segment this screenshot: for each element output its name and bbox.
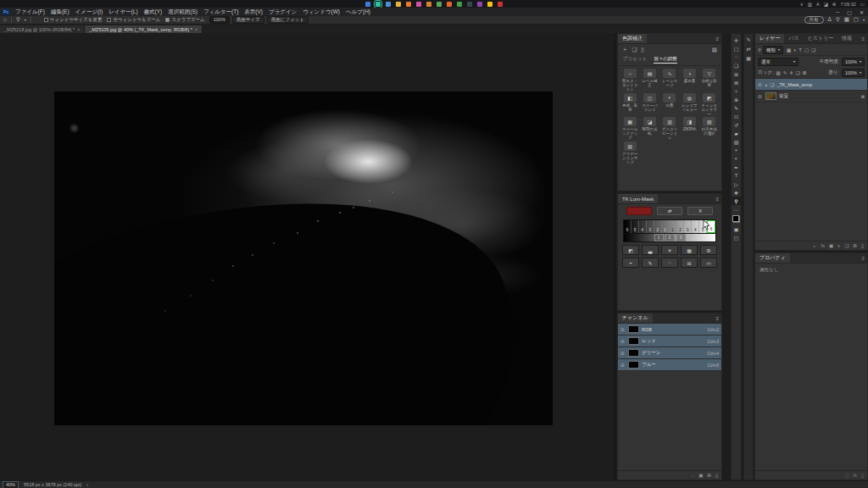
- adjustment-item[interactable]: ▧ 特定色域の選択: [700, 117, 719, 141]
- chevron-down-icon[interactable]: ▾: [25, 19, 26, 22]
- layer-filter-icon[interactable]: ❏: [811, 47, 815, 53]
- collapsed-panel-icon[interactable]: ▦: [746, 55, 751, 61]
- channel-bottom-icon[interactable]: ⊞: [707, 473, 711, 478]
- taskbar-app-icon[interactable]: [396, 2, 401, 7]
- expand-icon[interactable]: ▸: [765, 82, 768, 87]
- tk-zone-button[interactable]: 1: [662, 220, 670, 233]
- taskbar-app-icon[interactable]: [457, 2, 462, 7]
- tk-icon-button[interactable]: ◩: [622, 245, 639, 255]
- eye-icon[interactable]: ⊙: [620, 327, 626, 332]
- restore-button[interactable]: ▢: [847, 9, 852, 15]
- tk-icon-button[interactable]: ⚙: [700, 245, 717, 255]
- tk-icon-button[interactable]: ▭: [700, 258, 717, 268]
- tool-button[interactable]: ⊕: [732, 95, 741, 103]
- menu-item[interactable]: イメージ(I): [75, 8, 103, 16]
- adjustment-item[interactable]: ◪ 階調の反転: [640, 117, 659, 141]
- foreground-color-swatch[interactable]: [732, 215, 739, 222]
- tool-button[interactable]: ✒: [732, 163, 741, 171]
- minimize-button[interactable]: ─: [836, 9, 839, 14]
- adjustment-item[interactable]: ◩ チャンネルミキサー: [700, 93, 719, 117]
- collapsed-panel-icon[interactable]: ⇄: [746, 46, 750, 52]
- layers-panel-tab[interactable]: ヒストリー: [804, 34, 838, 43]
- close-button[interactable]: ✕: [860, 9, 864, 15]
- home-icon[interactable]: ⌂: [3, 17, 7, 23]
- layers-bottom-icon[interactable]: ⇔: [812, 243, 817, 248]
- filter-kind-select[interactable]: 種類▾: [763, 46, 783, 54]
- tk-midtone-button[interactable]: 3: [676, 234, 686, 241]
- tk-icon-button[interactable]: ✎: [642, 258, 659, 268]
- eye-icon[interactable]: ⊙: [758, 94, 763, 99]
- channel-row[interactable]: ⊙ RGB Ctrl+2: [618, 324, 721, 336]
- tool-button[interactable]: ◌: [732, 53, 741, 61]
- panel-menu-icon[interactable]: ≡: [713, 34, 721, 43]
- panel-menu-icon[interactable]: ≡: [713, 194, 721, 203]
- properties-bottom-icon[interactable]: ⊞: [853, 473, 857, 478]
- taskbar-app-icon[interactable]: [447, 2, 452, 7]
- tk-icon-button[interactable]: ☀: [661, 245, 678, 255]
- tool-button[interactable]: ◐: [732, 154, 741, 163]
- zoom-level-field[interactable]: 40%: [3, 481, 19, 488]
- close-icon[interactable]: ×: [195, 27, 198, 32]
- tab-properties[interactable]: プロパティ: [755, 253, 790, 263]
- eye-icon[interactable]: ⊙: [620, 339, 626, 344]
- tk-icon-button[interactable]: ◌: [661, 258, 678, 268]
- eye-icon[interactable]: ⊙: [758, 82, 763, 87]
- tool-button[interactable]: ⊠: [732, 78, 741, 86]
- layer-row-background[interactable]: ⊙ 背景 ⊠: [755, 91, 867, 103]
- list-view-icon[interactable]: ▤: [712, 47, 717, 53]
- tk-zone-button[interactable]: 1: [670, 220, 677, 233]
- tk-zone-button[interactable]: 5: [632, 220, 639, 233]
- tool-button[interactable]: ⊞: [732, 69, 741, 78]
- screen-mode-icon[interactable]: ◰: [732, 233, 741, 241]
- panel-menu-icon[interactable]: ≡: [713, 313, 721, 323]
- notification-icon[interactable]: ▭: [860, 2, 865, 7]
- tk-icon-button[interactable]: ◒: [622, 258, 639, 268]
- menu-item[interactable]: 表示(V): [244, 8, 263, 16]
- eye-icon[interactable]: ⊙: [620, 351, 626, 356]
- adjustment-item[interactable]: ◑ 露光量: [680, 69, 698, 92]
- channel-row[interactable]: ⊙ レッド Ctrl+3: [618, 336, 721, 347]
- tk-zone-button[interactable]: 3: [647, 220, 654, 233]
- tray-icon[interactable]: A: [816, 2, 820, 7]
- eye-icon[interactable]: ⊙: [620, 363, 626, 368]
- tk-zone-button[interactable]: 4: [639, 220, 647, 233]
- menu-item[interactable]: 書式(Y): [144, 8, 163, 16]
- chevron-down-icon[interactable]: ▾: [863, 19, 865, 22]
- document-tab[interactable]: _MZ5218.jpg @ 100% (RGB/8#) *×: [0, 25, 85, 33]
- adjustment-item[interactable]: ▽ 自然な彩度: [700, 69, 719, 92]
- tk-zone-button[interactable]: 4: [692, 220, 699, 233]
- lock-option-icon[interactable]: ✎: [783, 70, 787, 75]
- tk-action-button[interactable]: ⇄: [657, 207, 682, 215]
- layer-filter-icon[interactable]: T: [799, 47, 802, 53]
- lock-option-icon[interactable]: ❏: [796, 70, 800, 75]
- tool-button[interactable]: ▢: [732, 44, 741, 53]
- menu-item[interactable]: プラグイン: [269, 8, 297, 16]
- tool-button[interactable]: ↺: [732, 120, 741, 129]
- taskbar-app-icon[interactable]: [426, 2, 431, 7]
- panel-menu-icon[interactable]: ≡: [859, 34, 867, 43]
- tk-action-button[interactable]: [626, 207, 652, 215]
- tool-button[interactable]: ✧: [732, 86, 741, 95]
- layer-row-group[interactable]: ⊙ ▸ ❏ _TK_Mask_temp: [755, 79, 867, 91]
- tool-button[interactable]: ❖: [732, 188, 741, 197]
- tk-zone-button[interactable]: 6: [624, 220, 632, 233]
- tool-button[interactable]: ▷: [732, 180, 741, 188]
- tray-icon[interactable]: ⊗: [832, 2, 837, 7]
- channel-row[interactable]: ⊙ グリーン Ctrl+4: [618, 347, 721, 359]
- document-tab[interactable]: _MZ5105.jpg @ 40% (_TK_Mask_temp, RGB/8)…: [85, 25, 203, 33]
- zoom-preset-button[interactable]: 画面サイズ: [232, 16, 264, 25]
- layers-panel-tab[interactable]: パス: [784, 34, 803, 43]
- tk-icon-button[interactable]: ▃: [642, 245, 659, 255]
- option-checkbox[interactable]: 全ウィンドウをズーム: [107, 17, 160, 23]
- option-checkbox[interactable]: ウィンドウサイズを変更: [44, 17, 103, 23]
- tk-zone-button[interactable]: 2: [676, 220, 684, 233]
- tool-button[interactable]: ◗: [732, 146, 741, 154]
- close-icon[interactable]: ×: [77, 27, 80, 32]
- folder-icon[interactable]: ❏: [632, 47, 637, 53]
- add-adjustment-icon[interactable]: ＋: [622, 46, 628, 53]
- menu-item[interactable]: フィルター(T): [203, 8, 238, 16]
- layers-bottom-icon[interactable]: ▣: [829, 243, 833, 248]
- adjustment-item[interactable]: ☼ 明るさ・コントラスト: [620, 69, 639, 92]
- tool-button[interactable]: ⚲: [732, 197, 741, 205]
- adjustment-item[interactable]: ▦ カラールックアップ: [620, 117, 639, 141]
